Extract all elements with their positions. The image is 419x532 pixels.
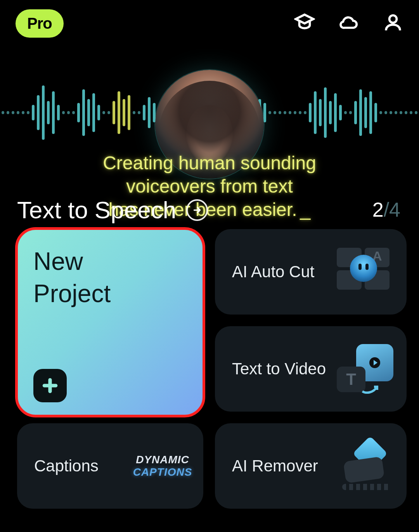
cloud-icon[interactable]: [338, 12, 359, 35]
tagline-line1: Creating human sounding: [103, 153, 316, 173]
header-actions: [294, 12, 403, 35]
pager-total: 4: [389, 198, 400, 221]
ai-auto-cut-icon: A: [337, 245, 395, 299]
play-arrow-icon[interactable]: [186, 199, 208, 221]
app-header: Pro: [0, 0, 419, 47]
ai-auto-cut-tile[interactable]: AI Auto Cut A: [215, 229, 407, 315]
text-to-video-tile[interactable]: Text to Video T: [215, 326, 407, 412]
text-to-video-icon: T: [337, 342, 395, 396]
section-title-row: Text to Speech: [17, 196, 208, 224]
ai-remover-label: AI Remover: [232, 457, 318, 475]
captions-icon: DYNAMIC CAPTIONS: [133, 439, 192, 493]
ai-auto-cut-label: AI Auto Cut: [232, 263, 314, 281]
tutorials-icon[interactable]: [294, 12, 315, 35]
pro-badge[interactable]: Pro: [16, 9, 64, 38]
new-project-tile[interactable]: New Project: [17, 229, 203, 416]
tools-grid: New Project AI Auto Cut A Text to Video …: [12, 229, 407, 532]
banner-pager: 2/4: [372, 198, 400, 221]
cursor-icon: _: [300, 199, 310, 220]
plus-icon: [33, 369, 67, 402]
text-to-video-label: Text to Video: [232, 360, 326, 378]
tagline-line2: voiceovers from text: [126, 176, 293, 196]
captions-tile[interactable]: Captions DYNAMIC CAPTIONS: [17, 423, 203, 509]
ai-remover-tile[interactable]: AI Remover: [215, 423, 407, 509]
captions-label: Captions: [34, 457, 99, 475]
ai-remover-icon: [337, 439, 395, 493]
svg-point-0: [390, 16, 397, 23]
section-title: Text to Speech: [17, 196, 176, 224]
new-project-label: New Project: [33, 245, 187, 310]
pager-current: 2: [372, 198, 384, 221]
profile-icon[interactable]: [383, 12, 403, 35]
